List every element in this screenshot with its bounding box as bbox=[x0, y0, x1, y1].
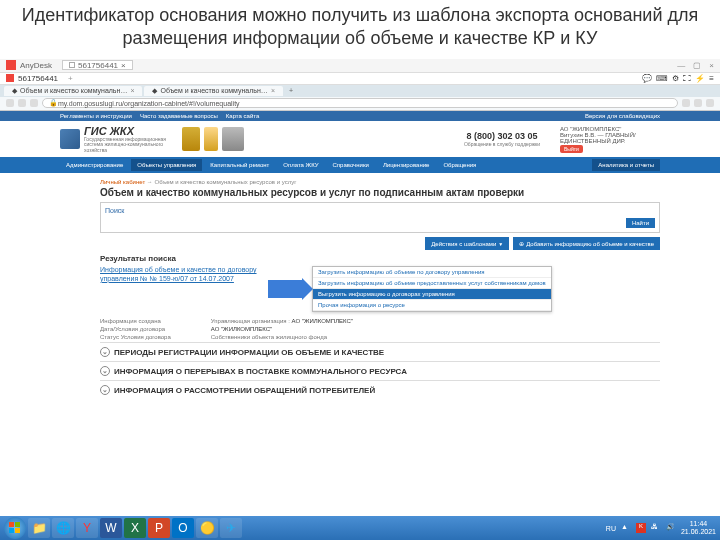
crumb-home[interactable]: Личный кабинет bbox=[100, 179, 145, 185]
volume-icon[interactable]: 🔊 bbox=[666, 523, 676, 533]
kaspersky-icon[interactable]: K bbox=[636, 523, 646, 533]
close-icon[interactable]: × bbox=[271, 87, 275, 94]
close-icon[interactable]: × bbox=[709, 61, 714, 70]
browser-toolbar: 🔒 my.dom.gosuslugi.ru/organization-cabin… bbox=[0, 97, 720, 111]
taskbar-app-excel[interactable]: X bbox=[124, 518, 146, 538]
menu-icon[interactable] bbox=[706, 99, 714, 107]
menu-icon[interactable]: ≡ bbox=[709, 74, 714, 83]
taskbar-app-outlook[interactable]: O bbox=[172, 518, 194, 538]
taskbar-app-telegram[interactable]: ✈ bbox=[220, 518, 242, 538]
taskbar-app-chrome[interactable]: 🟡 bbox=[196, 518, 218, 538]
templates-button[interactable]: Действия с шаблонами▼ bbox=[425, 237, 509, 250]
start-button[interactable] bbox=[4, 517, 26, 539]
settings-icon[interactable]: ⚙ bbox=[672, 74, 679, 83]
nav-capital[interactable]: Капитальный ремонт bbox=[204, 159, 275, 171]
annotation-arrow-icon bbox=[268, 280, 304, 298]
plus-icon[interactable]: + bbox=[68, 74, 73, 83]
award-icon bbox=[204, 127, 218, 151]
windows-taskbar: 📁 🌐 Y W X P O 🟡 ✈ RU ▲ K 🖧 🔊 11:44 21.06… bbox=[0, 516, 720, 540]
nav-license[interactable]: Лицензирование bbox=[377, 159, 436, 171]
info-label: Собственники объекта жилищного фонда bbox=[211, 334, 353, 340]
bolt-icon[interactable]: ⚡ bbox=[695, 74, 705, 83]
nav-payment[interactable]: Оплата ЖКУ bbox=[277, 159, 324, 171]
expander-appeals[interactable]: ⌄ ИНФОРМАЦИЯ О РАССМОТРЕНИИ ОБРАЩЕНИЙ ПО… bbox=[100, 380, 660, 399]
add-info-button[interactable]: ⊕Добавить информацию об объеме и качеств… bbox=[513, 237, 660, 250]
dropdown-item-highlighted[interactable]: Выгрузить информацию о договорах управле… bbox=[313, 289, 551, 300]
nav-ref[interactable]: Справочники bbox=[327, 159, 375, 171]
monitor-icon bbox=[69, 62, 75, 68]
expander-label: ИНФОРМАЦИЯ О ПЕРЕРЫВАХ В ПОСТАВКЕ КОММУН… bbox=[114, 367, 407, 376]
tab-favicon-icon: ◆ bbox=[12, 87, 17, 95]
close-icon[interactable]: × bbox=[121, 61, 126, 70]
lang-indicator[interactable]: RU bbox=[606, 525, 616, 532]
anydesk-tab-label: 561756441 bbox=[78, 61, 118, 70]
extension-icon[interactable] bbox=[682, 99, 690, 107]
trophy-icon bbox=[182, 127, 200, 151]
expander-periods[interactable]: ⌄ ПЕРИОДЫ РЕГИСТРАЦИИ ИНФОРМАЦИИ ОБ ОБЪЕ… bbox=[100, 342, 660, 361]
info-value: АО "ЖИЛКОМПЛЕКС" bbox=[211, 326, 272, 332]
tab-label: Объем и качество коммунальн… bbox=[160, 87, 267, 94]
address-bar[interactable]: 🔒 my.dom.gosuslugi.ru/organization-cabin… bbox=[42, 98, 678, 108]
taskbar-app-powerpoint[interactable]: P bbox=[148, 518, 170, 538]
nav-analytics[interactable]: Аналитика и отчеты bbox=[592, 159, 660, 171]
reload-icon[interactable] bbox=[30, 99, 38, 107]
maximize-icon[interactable]: ▢ bbox=[693, 61, 701, 70]
nav-objects[interactable]: Объекты управления bbox=[131, 159, 202, 171]
result-row: Информация об объеме и качестве по догов… bbox=[100, 266, 660, 312]
lock-icon: 🔒 bbox=[49, 99, 58, 107]
keyboard-icon[interactable]: ⌨ bbox=[656, 74, 668, 83]
svg-rect-0 bbox=[9, 522, 14, 527]
browser-tab[interactable]: ◆ Объем и качество коммунальн… × bbox=[144, 86, 282, 96]
nav-admin[interactable]: Администрирование bbox=[60, 159, 129, 171]
tray-icon[interactable]: ▲ bbox=[621, 523, 631, 533]
top-link[interactable]: Карта сайта bbox=[226, 113, 259, 119]
dropdown-item[interactable]: Загрузить информацию об объеме предостав… bbox=[313, 278, 551, 289]
svg-rect-2 bbox=[9, 528, 14, 533]
result-link[interactable]: Информация об объеме и качестве по догов… bbox=[100, 266, 260, 283]
user-info: Витухин В.В. — ГЛАВНЫЙ/ЕДИНСТВЕННЫЙ ДИР. bbox=[560, 132, 660, 144]
page-content: Личный кабинет → Объем и качество коммун… bbox=[0, 173, 720, 405]
system-tray: RU ▲ K 🖧 🔊 11:44 21.06.2021 bbox=[606, 520, 716, 535]
page-title: Объем и качество коммунальных ресурсов и… bbox=[100, 187, 660, 198]
taskbar-app-explorer[interactable]: 📁 bbox=[28, 518, 50, 538]
taskbar-app-browser[interactable]: 🌐 bbox=[52, 518, 74, 538]
forward-icon[interactable] bbox=[18, 99, 26, 107]
url-text: my.dom.gosuslugi.ru/organization-cabinet… bbox=[58, 100, 240, 107]
chevron-down-icon: ⌄ bbox=[100, 366, 110, 376]
browser-tab-strip: ◆ Объем и качество коммунальн… × ◆ Объем… bbox=[0, 85, 720, 97]
info-col-left: Информация создана Дата/Условия договора… bbox=[100, 318, 171, 342]
info-block: Информация создана Дата/Условия договора… bbox=[100, 318, 660, 342]
back-icon[interactable] bbox=[6, 99, 14, 107]
top-link[interactable]: Версия для слабовидящих bbox=[585, 113, 660, 119]
windows-logo-icon bbox=[9, 522, 21, 534]
templates-dropdown: Загрузить информацию об объеме по догово… bbox=[312, 266, 552, 312]
top-link[interactable]: Регламенты и инструкции bbox=[60, 113, 132, 119]
network-icon[interactable]: 🖧 bbox=[651, 523, 661, 533]
svg-rect-3 bbox=[15, 528, 20, 533]
extension-icon[interactable] bbox=[694, 99, 702, 107]
new-tab-icon[interactable]: + bbox=[285, 87, 297, 94]
fullscreen-icon[interactable]: ⛶ bbox=[683, 74, 691, 83]
top-link[interactable]: Часто задаваемые вопросы bbox=[140, 113, 218, 119]
chat-icon[interactable]: 💬 bbox=[642, 74, 652, 83]
taskbar-app-yandex[interactable]: Y bbox=[76, 518, 98, 538]
browser-tab[interactable]: ◆ Объем и качество коммунальн… × bbox=[4, 86, 142, 96]
close-icon[interactable]: × bbox=[130, 87, 134, 94]
session-tool-icons: 💬 ⌨ ⚙ ⛶ ⚡ ≡ bbox=[642, 74, 714, 83]
phone-sub: Обращение в службу поддержки bbox=[464, 141, 540, 147]
taskbar-clock[interactable]: 11:44 21.06.2021 bbox=[681, 520, 716, 535]
dropdown-item[interactable]: Прочая информация о ресурсе bbox=[313, 300, 551, 311]
nav-appeals[interactable]: Обращения bbox=[437, 159, 482, 171]
taskbar-app-word[interactable]: W bbox=[100, 518, 122, 538]
anydesk-logo-icon bbox=[6, 74, 14, 82]
dropdown-item[interactable]: Загрузить информацию об объеме по догово… bbox=[313, 267, 551, 278]
minimize-icon[interactable]: — bbox=[677, 61, 685, 70]
action-buttons: Действия с шаблонами▼ ⊕Добавить информац… bbox=[100, 237, 660, 250]
logo-block[interactable]: ГИС ЖКХ Государственная информационная с… bbox=[60, 125, 174, 154]
anydesk-tab[interactable]: 561756441 × bbox=[62, 60, 133, 70]
expander-breaks[interactable]: ⌄ ИНФОРМАЦИЯ О ПЕРЕРЫВАХ В ПОСТАВКЕ КОММ… bbox=[100, 361, 660, 380]
search-button[interactable]: Найти bbox=[626, 218, 655, 228]
info-label: Управляющая организация : bbox=[211, 318, 290, 324]
info-label: Информация создана bbox=[100, 318, 171, 324]
logout-button[interactable]: Выйти bbox=[560, 145, 583, 153]
